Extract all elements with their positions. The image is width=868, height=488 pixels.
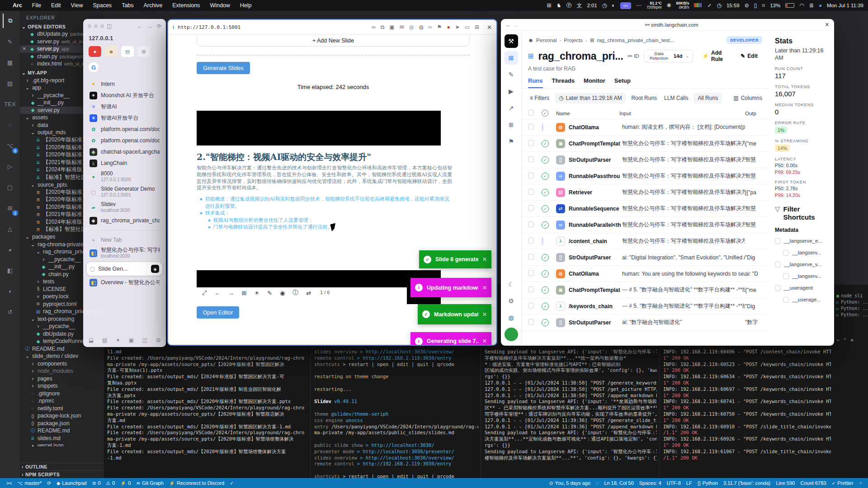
run-row[interactable]: ✓ ∞ RunnablePassthrou 智慧化办公与停车：写字楼智能梯控及停…	[522, 168, 769, 184]
devtools-icon[interactable]: ‹›	[429, 24, 432, 30]
extensions-icon[interactable]: ⊞ 1	[3, 201, 17, 215]
breadcrumb-current[interactable]: rag_chroma_private_chain_test...	[597, 38, 674, 43]
more-menu-icon[interactable]: ⋯	[636, 2, 642, 9]
istat-bars-icon[interactable]	[694, 3, 702, 8]
filter-checkbox[interactable]	[775, 238, 781, 244]
tree-item[interactable]: snippets	[20, 382, 104, 390]
run-row[interactable]: ✓ ⇄ RunnableSequence 智慧化办公与停车：写字楼智能梯控及停车…	[522, 201, 769, 217]
sidebar-toggle-icon[interactable]: ◫	[107, 23, 112, 29]
menu-time[interactable]: 15:59	[726, 3, 740, 8]
settings-gear-icon[interactable]: ⚙	[505, 294, 518, 308]
toast-close-icon[interactable]: ✕	[482, 256, 487, 263]
downloads-icon[interactable]: ⬓	[89, 337, 94, 343]
language-mode[interactable]: {} Python	[695, 478, 721, 488]
close-editor-icon[interactable]: ×	[23, 46, 29, 52]
panel-control-icon[interactable]: ⋯	[836, 337, 840, 343]
filter-checkbox[interactable]	[783, 297, 789, 303]
row-checkbox[interactable]	[528, 270, 534, 276]
copy-link-icon[interactable]: ∞	[372, 24, 376, 30]
nav-playground[interactable]: ▶	[505, 84, 518, 98]
docker-icon[interactable]: ◧	[3, 263, 17, 277]
add-rule-button[interactable]: ⚡Add Rule	[698, 47, 731, 65]
tab[interactable]: Threads	[552, 77, 575, 88]
metadata-filter-item[interactable]: __langserv...	[775, 247, 828, 258]
media-icon[interactable]: ▣	[129, 337, 134, 343]
menu-item[interactable]: Spaces	[93, 2, 112, 9]
root-runs-toggle[interactable]: Root Runs	[629, 93, 659, 103]
media-icon[interactable]: ▧	[3, 76, 17, 90]
data-retention-dropdown[interactable]: Data Retention 14d ⌄	[644, 50, 693, 62]
metadata-filter-item[interactable]: __useragent	[775, 282, 828, 294]
run-debug-icon[interactable]: ▷	[3, 159, 17, 174]
arc-tab[interactable]: ✳ 智谱AI	[87, 101, 162, 113]
filters-button[interactable]: ≡ Filters	[528, 93, 551, 103]
git-graph[interactable]: ≋ Git Graph	[133, 478, 166, 488]
metadata-filter-item[interactable]: __langserve_v...	[775, 258, 828, 270]
arc-tab[interactable]: ● 8000127.0.0.1:8000	[87, 169, 162, 184]
arc-tab[interactable]: ✦ Intern	[87, 79, 162, 90]
row-checkbox[interactable]	[528, 124, 534, 130]
tree-item[interactable]: node_modules	[20, 367, 104, 375]
draw-icon[interactable]: ✎	[267, 290, 272, 296]
metadata-filter-item[interactable]: __langserve_e...	[775, 235, 828, 247]
pinned-site-red[interactable]: ●	[89, 46, 101, 57]
row-checkbox[interactable]	[528, 303, 534, 309]
keyboard-lock-icon[interactable]: ▯	[754, 2, 757, 9]
tree-item[interactable]: slides.md	[20, 435, 104, 442]
terminal-tab[interactable]: ▷ Python: ...	[835, 305, 868, 312]
run-row[interactable]: ✓ ◍ ChatOllama human: 阅读文档，撰写内容： [文档]: […	[522, 119, 769, 136]
tree-item[interactable]: .gitignore	[20, 390, 104, 398]
menu-item[interactable]: Window	[210, 2, 230, 9]
breadcrumb-personal[interactable]: Personal	[536, 38, 557, 43]
menu-item[interactable]: File	[32, 2, 41, 9]
menu-date[interactable]: Mon Jul 1 11:39	[827, 3, 863, 8]
row-checkbox[interactable]	[528, 286, 534, 292]
column-output[interactable]: Outp	[745, 111, 762, 116]
arc-tab[interactable]: ✿ platform.openai.com/docs/...	[87, 124, 162, 135]
filter-checkbox[interactable]	[775, 285, 781, 291]
close-window-icon[interactable]: ✕	[487, 24, 492, 31]
theme-toggle-icon[interactable]: ☀	[254, 290, 259, 296]
pinned-site-doc[interactable]: ▤	[121, 46, 134, 57]
filter-checkbox[interactable]	[775, 262, 781, 267]
row-checkbox[interactable]	[528, 205, 534, 211]
nav-deployments[interactable]: ↗	[505, 101, 518, 115]
cursor-icon[interactable]: ➤	[455, 24, 460, 30]
docs-globe-icon[interactable]: ◍	[505, 311, 518, 324]
cursor-position[interactable]: Ln 18, Col 50	[601, 478, 636, 488]
comments-icon[interactable]: ◖	[3, 284, 17, 298]
pinned-site-avatar[interactable]: ☻	[105, 46, 118, 57]
menu-item[interactable]: Help	[240, 2, 252, 9]
run-row[interactable]: ✓ ◍ ChatOllama human: You are using the …	[522, 266, 769, 282]
open-editor-button[interactable]: Open Editor	[197, 306, 239, 319]
metadata-filter-item[interactable]: __userage...	[775, 294, 828, 305]
check-circle-icon[interactable]: ✓	[707, 2, 712, 9]
tex-icon[interactable]: TEX	[3, 97, 17, 111]
problems-warnings[interactable]: ⚠ 0	[104, 478, 118, 488]
layout-icon[interactable]: ▦	[3, 55, 17, 70]
arc-tab[interactable]: ✳ 智谱AI开放平台	[87, 113, 162, 124]
split-tab-icon[interactable]: ◈	[151, 265, 159, 273]
tree-item[interactable]: components	[20, 360, 104, 368]
git-branch[interactable]: ⌥ master*	[14, 478, 44, 488]
time-filter-chip[interactable]: ◷Later than 11:29:16 AM	[555, 93, 626, 103]
pinned-site-grid[interactable]: ⊞	[137, 46, 150, 57]
row-checkbox[interactable]	[528, 221, 534, 227]
search-icon[interactable]: ◌	[3, 117, 17, 132]
run-row[interactable]: ✓ λ /content_chain 智慧化办公与停车：写字楼智能梯控及停车场解…	[522, 233, 769, 249]
filter-checkbox[interactable]	[783, 250, 789, 256]
terminal-tab[interactable]: ▷ Python: ...	[835, 299, 868, 305]
word-count[interactable]: Count 6783	[797, 478, 829, 488]
stack-icon[interactable]: ≣	[809, 2, 814, 9]
temperature-readout[interactable]: 81.1°C7205rpm	[646, 1, 662, 9]
select-all-checkbox[interactable]	[528, 110, 534, 116]
record-icon[interactable]: ●	[447, 24, 450, 30]
split-view-icon[interactable]: ◫	[142, 337, 147, 343]
panel-control-icon[interactable]: ⌃	[844, 337, 847, 343]
mail-icon[interactable]: ✉	[400, 24, 404, 30]
nav-datasets[interactable]: ≣	[505, 118, 518, 131]
grid-app-icon[interactable]: ⊞	[547, 2, 552, 9]
generate-slides-button[interactable]: Generate Slides	[197, 62, 250, 74]
row-checkbox[interactable]	[528, 140, 534, 146]
github-icon[interactable]: ◕	[3, 242, 17, 257]
